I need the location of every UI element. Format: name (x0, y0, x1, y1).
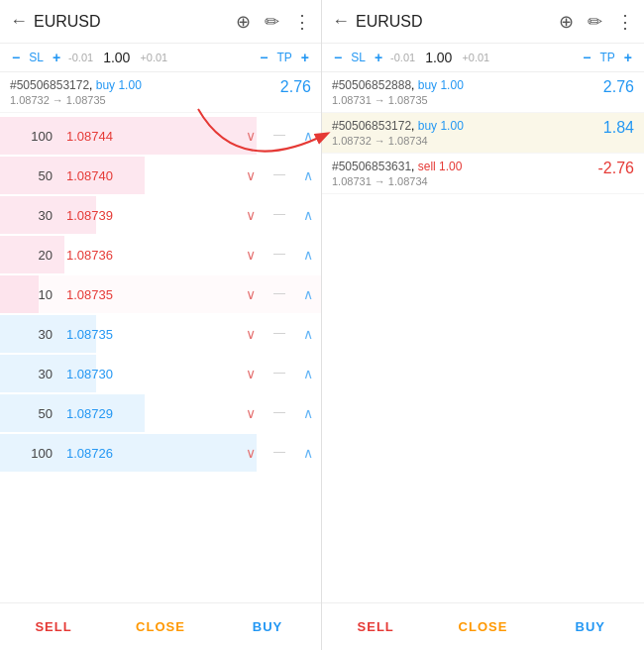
action-bar-right: SELL CLOSE BUY (322, 602, 644, 650)
ob-ask-price-3: 1.08736 (53, 248, 127, 263)
close-button-right[interactable]: CLOSE (429, 603, 536, 650)
sell-button-right[interactable]: SELL (322, 603, 429, 650)
database-icon-left[interactable]: ⊕ (236, 11, 251, 33)
tp-plus-left[interactable]: + (299, 50, 311, 65)
ob-bid-up-0[interactable]: ∧ (303, 326, 313, 342)
ob-ask-2: 30 1.08739 ∨ — ∧ (0, 196, 321, 234)
ob-bid-0: 30 1.08735 ∨ — ∧ (0, 315, 321, 353)
trade-row-right-1[interactable]: #50506853172, buy 1.00 1.08732 → 1.08734… (322, 113, 644, 154)
ob-ask-down-1[interactable]: ∨ (246, 167, 256, 183)
ob-ask-dash-3: — (273, 247, 285, 263)
ob-ask-price-0: 1.08744 (53, 129, 127, 144)
ob-ask-up-4[interactable]: ∧ (303, 286, 313, 302)
ob-bid-3: 100 1.08726 ∨ — ∧ (0, 434, 321, 472)
ob-bid-price-1: 1.08730 (53, 367, 127, 381)
trade-row-right-0[interactable]: #50506852888, buy 1.00 1.08731 → 1.08735… (322, 72, 644, 113)
ob-bid-up-2[interactable]: ∧ (303, 405, 313, 421)
trade-type-right-0: buy 1.00 (418, 78, 464, 92)
back-button-right[interactable]: ← (332, 11, 350, 32)
ob-bid-dash-1: — (273, 366, 285, 381)
sl-minus-right[interactable]: − (332, 50, 344, 65)
ob-ask-up-2[interactable]: ∧ (303, 207, 313, 223)
sell-button-left[interactable]: SELL (0, 603, 107, 650)
buy-button-left[interactable]: BUY (214, 603, 321, 650)
more-icon-left[interactable]: ⋮ (293, 11, 311, 33)
title-right: EURUSD (356, 13, 559, 31)
action-bar-left: SELL CLOSE BUY (0, 602, 321, 650)
sl-value-left: 1.00 (99, 50, 134, 65)
header-icons-right: ⊕ ✏ ⋮ (559, 11, 634, 33)
close-button-left[interactable]: CLOSE (107, 603, 214, 650)
trade-id-num-left-0: #50506853172 (10, 78, 89, 92)
ob-ask-up-1[interactable]: ∧ (303, 167, 313, 183)
ob-ask-qty-2: 30 (8, 208, 53, 223)
sl-adjust-pos-right: +0.01 (460, 52, 491, 63)
ob-bid-down-0[interactable]: ∨ (246, 326, 256, 342)
orderbook-left: 100 1.08744 ∨ — ∧ 50 1.08740 ∨ — ∧ (0, 113, 321, 602)
ob-ask-dash-4: — (273, 286, 285, 302)
ob-ask-dash-1: — (273, 167, 285, 183)
more-icon-right[interactable]: ⋮ (616, 11, 634, 33)
tp-plus-right[interactable]: + (622, 50, 634, 65)
trade-pnl-right-0: 2.76 (603, 78, 634, 96)
header-icons-left: ⊕ ✏ ⋮ (236, 11, 311, 33)
sl-adjust-neg-left: -0.01 (66, 52, 95, 63)
ob-ask-down-0[interactable]: ∨ (246, 128, 256, 144)
ob-bid-qty-1: 30 (8, 367, 53, 381)
ob-bid-price-0: 1.08735 (53, 327, 127, 342)
sl-value-right: 1.00 (421, 50, 456, 65)
trade-id-num-right-1: #50506853172 (332, 119, 411, 133)
sl-label-right: SL (348, 51, 369, 64)
sl-minus-left[interactable]: − (10, 50, 22, 65)
ob-bid-down-2[interactable]: ∨ (246, 405, 256, 421)
tp-minus-right[interactable]: − (581, 50, 592, 65)
ob-ask-qty-1: 50 (8, 168, 53, 183)
ob-bid-dash-3: — (273, 445, 285, 461)
ob-bid-dash-2: — (273, 405, 285, 421)
sl-adjust-pos-left: +0.01 (138, 52, 169, 63)
ob-ask-qty-3: 20 (8, 248, 53, 263)
ob-ask-down-2[interactable]: ∨ (246, 207, 256, 223)
title-left: EURUSD (34, 13, 236, 31)
ob-ask-4: 10 1.08735 ∨ — ∧ (0, 275, 321, 313)
ob-bid-up-1[interactable]: ∧ (303, 366, 313, 381)
ob-ask-up-0[interactable]: ∧ (303, 128, 313, 144)
header-right: ← EURUSD ⊕ ✏ ⋮ (322, 0, 644, 44)
ob-bid-up-3[interactable]: ∧ (303, 445, 313, 461)
ob-ask-up-3[interactable]: ∧ (303, 247, 313, 263)
ob-ask-qty-0: 100 (8, 129, 53, 144)
ob-bid-2: 50 1.08729 ∨ — ∧ (0, 394, 321, 432)
trade-price-left-0: 1.08732 → 1.08735 (10, 94, 142, 106)
edit-icon-left[interactable]: ✏ (265, 11, 279, 33)
ob-bid-down-3[interactable]: ∨ (246, 445, 256, 461)
tp-label-right: TP (596, 51, 617, 64)
sl-plus-right[interactable]: + (373, 50, 384, 65)
trade-row-left-0[interactable]: #50506853172, buy 1.00 1.08732 → 1.08735… (0, 72, 321, 113)
header-left: ← EURUSD ⊕ ✏ ⋮ (0, 0, 321, 44)
ob-ask-down-4[interactable]: ∨ (246, 286, 256, 302)
sl-adjust-neg-right: -0.01 (388, 52, 417, 63)
trade-type-left-0: buy 1.00 (96, 78, 142, 92)
database-icon-right[interactable]: ⊕ (559, 11, 574, 33)
ob-ask-price-1: 1.08740 (53, 168, 127, 183)
ob-ask-dash-2: — (273, 207, 285, 223)
sl-tp-row-right: − SL + -0.01 1.00 +0.01 − TP + (322, 44, 644, 72)
trade-pnl-right-2: -2.76 (598, 160, 634, 177)
sl-plus-left[interactable]: + (51, 50, 62, 65)
tp-minus-left[interactable]: − (258, 50, 269, 65)
edit-icon-right[interactable]: ✏ (588, 11, 602, 33)
ob-bid-qty-3: 100 (8, 446, 53, 461)
empty-space-right (322, 194, 644, 602)
ob-bid-qty-0: 30 (8, 327, 53, 342)
ob-ask-down-3[interactable]: ∨ (246, 247, 256, 263)
buy-button-right[interactable]: BUY (537, 603, 644, 650)
ob-bid-dash-0: — (273, 326, 285, 342)
trade-type-sep-left-0: , (89, 78, 96, 92)
trade-type-right-2: sell 1.00 (418, 160, 463, 173)
back-button-left[interactable]: ← (10, 11, 28, 32)
trade-row-right-2[interactable]: #50506853631, sell 1.00 1.08731 → 1.0873… (322, 154, 644, 194)
trade-price-right-0: 1.08731 → 1.08735 (332, 94, 464, 106)
ob-bid-down-1[interactable]: ∨ (246, 366, 256, 381)
ob-ask-3: 20 1.08736 ∨ — ∧ (0, 236, 321, 273)
trade-pnl-left-0: 2.76 (280, 78, 311, 96)
